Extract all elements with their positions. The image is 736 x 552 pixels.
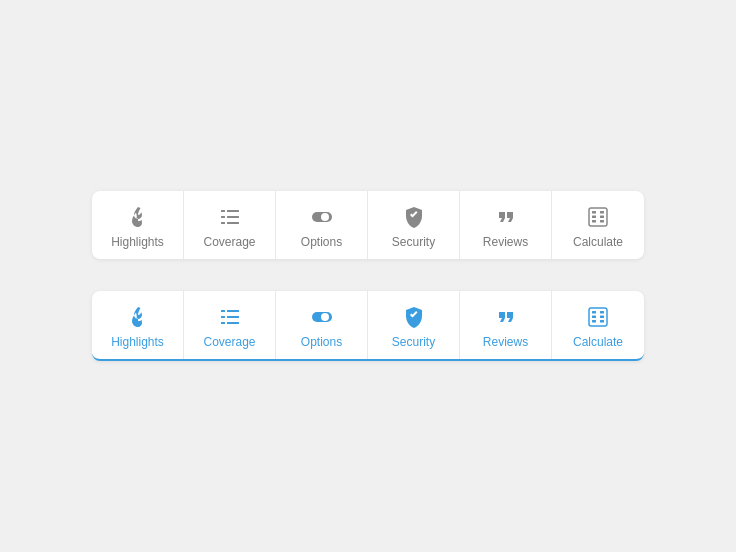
calc-icon-inactive xyxy=(586,205,610,229)
list-icon-active xyxy=(218,305,242,329)
svg-rect-15 xyxy=(221,310,225,312)
active-tab-bar: Highlights Coverage Options Security Rev… xyxy=(92,291,644,361)
tab-coverage-active-label: Coverage xyxy=(203,335,255,349)
tab-options-active[interactable]: Options xyxy=(276,291,368,359)
svg-rect-27 xyxy=(600,316,604,319)
inactive-tab-bar: Highlights Coverage Options Security Rev… xyxy=(92,191,644,259)
svg-rect-4 xyxy=(221,222,225,224)
svg-rect-28 xyxy=(592,320,596,323)
tab-highlights-active-label: Highlights xyxy=(111,335,164,349)
shield-icon-inactive xyxy=(402,205,426,229)
quote-icon-inactive xyxy=(494,205,518,229)
tab-coverage-inactive-label: Coverage xyxy=(203,235,255,249)
tab-highlights-inactive[interactable]: Highlights xyxy=(92,191,184,259)
svg-rect-26 xyxy=(592,316,596,319)
toggle-icon-active xyxy=(310,305,334,329)
tab-calculate-active-label: Calculate xyxy=(573,335,623,349)
svg-rect-0 xyxy=(221,210,225,212)
svg-rect-11 xyxy=(592,216,596,219)
toggle-icon-inactive xyxy=(310,205,334,229)
svg-rect-24 xyxy=(592,311,596,314)
tab-highlights-inactive-label: Highlights xyxy=(111,235,164,249)
svg-rect-1 xyxy=(227,210,239,212)
tab-security-active[interactable]: Security xyxy=(368,291,460,359)
tab-security-active-label: Security xyxy=(392,335,435,349)
tab-coverage-active[interactable]: Coverage xyxy=(184,291,276,359)
svg-rect-2 xyxy=(221,216,225,218)
tab-calculate-inactive[interactable]: Calculate xyxy=(552,191,644,259)
tab-options-active-label: Options xyxy=(301,335,342,349)
svg-rect-8 xyxy=(589,208,607,226)
fire-icon-active xyxy=(126,305,150,329)
quote-icon-active xyxy=(494,305,518,329)
tab-reviews-active-label: Reviews xyxy=(483,335,528,349)
svg-rect-19 xyxy=(221,322,225,324)
tab-reviews-active[interactable]: Reviews xyxy=(460,291,552,359)
svg-rect-29 xyxy=(600,320,604,323)
svg-rect-5 xyxy=(227,222,239,224)
tab-security-inactive-label: Security xyxy=(392,235,435,249)
svg-rect-16 xyxy=(227,310,239,312)
svg-rect-23 xyxy=(589,308,607,326)
tab-security-inactive[interactable]: Security xyxy=(368,191,460,259)
svg-rect-9 xyxy=(592,211,596,214)
svg-rect-14 xyxy=(600,220,604,223)
svg-rect-10 xyxy=(600,211,604,214)
svg-rect-20 xyxy=(227,322,239,324)
tab-coverage-inactive[interactable]: Coverage xyxy=(184,191,276,259)
tab-highlights-active[interactable]: Highlights xyxy=(92,291,184,359)
tab-reviews-inactive[interactable]: Reviews xyxy=(460,191,552,259)
calc-icon-active xyxy=(586,305,610,329)
svg-point-7 xyxy=(321,213,329,221)
svg-point-22 xyxy=(321,313,329,321)
tab-options-inactive-label: Options xyxy=(301,235,342,249)
svg-rect-3 xyxy=(227,216,239,218)
tab-calculate-inactive-label: Calculate xyxy=(573,235,623,249)
tab-options-inactive[interactable]: Options xyxy=(276,191,368,259)
svg-rect-13 xyxy=(592,220,596,223)
svg-rect-17 xyxy=(221,316,225,318)
svg-rect-25 xyxy=(600,311,604,314)
fire-icon xyxy=(126,205,150,229)
shield-icon-active xyxy=(402,305,426,329)
svg-rect-12 xyxy=(600,216,604,219)
tab-reviews-inactive-label: Reviews xyxy=(483,235,528,249)
list-icon-inactive xyxy=(218,205,242,229)
svg-rect-18 xyxy=(227,316,239,318)
tab-calculate-active[interactable]: Calculate xyxy=(552,291,644,359)
